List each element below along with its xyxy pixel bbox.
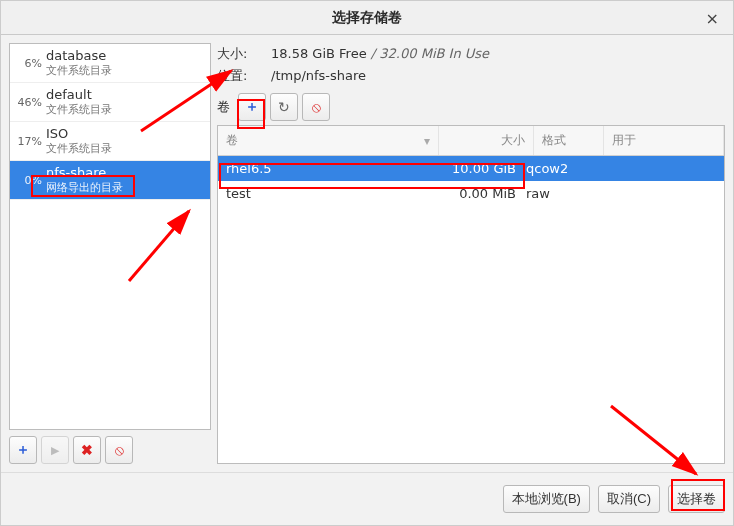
column-header-size[interactable]: 大小 xyxy=(439,126,534,155)
pool-name: default xyxy=(46,87,112,102)
cell-name: rhel6.5 xyxy=(226,161,431,176)
pool-item-database[interactable]: 6% database 文件系统目录 xyxy=(10,44,210,83)
cell-name: test xyxy=(226,186,431,201)
location-label: 位置: xyxy=(217,67,265,85)
window-title: 选择存储卷 xyxy=(332,9,402,27)
cell-format: qcow2 xyxy=(526,161,596,176)
table-row[interactable]: test 0.00 MiB raw xyxy=(218,181,724,206)
pool-pct: 6% xyxy=(16,57,46,70)
pool-item-nfs-share[interactable]: 0% nfs-share 网络导出的目录 xyxy=(10,161,210,200)
delete-volume-button[interactable]: ⦸ xyxy=(302,93,330,121)
pool-pct: 17% xyxy=(16,135,46,148)
close-icon[interactable]: × xyxy=(700,7,725,30)
pool-type: 文件系统目录 xyxy=(46,102,112,117)
cancel-button[interactable]: 取消(C) xyxy=(598,485,660,513)
cell-size: 10.00 GiB xyxy=(431,161,526,176)
choose-volume-button[interactable]: 选择卷 xyxy=(668,485,725,513)
browse-local-button[interactable]: 本地浏览(B) xyxy=(503,485,590,513)
pool-type: 网络导出的目录 xyxy=(46,180,123,195)
pool-type: 文件系统目录 xyxy=(46,141,112,156)
volumes-label: 卷 xyxy=(217,98,234,116)
column-header-usedby[interactable]: 用于 xyxy=(604,126,724,155)
delete-icon: ⦸ xyxy=(312,99,321,116)
stop-pool-button[interactable]: ⦸ xyxy=(105,436,133,464)
column-header-format[interactable]: 格式 xyxy=(534,126,604,155)
cell-usedby xyxy=(596,161,716,176)
pool-name: ISO xyxy=(46,126,112,141)
delete-icon: ✖ xyxy=(81,442,93,458)
cell-format: raw xyxy=(526,186,596,201)
storage-pool-list: 6% database 文件系统目录 46% default 文件系统目录 17… xyxy=(9,43,211,430)
add-volume-button[interactable]: ＋ xyxy=(238,93,266,121)
delete-pool-button[interactable]: ✖ xyxy=(73,436,101,464)
start-pool-button[interactable]: ▶ xyxy=(41,436,69,464)
location-value: /tmp/nfs-share xyxy=(271,68,366,83)
cell-size: 0.00 MiB xyxy=(431,186,526,201)
pool-item-default[interactable]: 46% default 文件系统目录 xyxy=(10,83,210,122)
pool-name: nfs-share xyxy=(46,165,123,180)
plus-icon: ＋ xyxy=(245,98,259,116)
size-value: 18.58 GiB Free / 32.00 MiB In Use xyxy=(271,46,489,61)
sort-desc-icon: ▾ xyxy=(424,134,430,148)
add-pool-button[interactable]: ＋ xyxy=(9,436,37,464)
pool-pct: 46% xyxy=(16,96,46,109)
pool-pct: 0% xyxy=(16,174,46,187)
volume-table: 卷 ▾ 大小 格式 用于 rhel6.5 10.00 GiB qcow2 xyxy=(217,125,725,464)
pool-type: 文件系统目录 xyxy=(46,63,112,78)
pool-item-iso[interactable]: 17% ISO 文件系统目录 xyxy=(10,122,210,161)
size-label: 大小: xyxy=(217,45,265,63)
refresh-icon: ↻ xyxy=(278,99,290,115)
refresh-volumes-button[interactable]: ↻ xyxy=(270,93,298,121)
table-row[interactable]: rhel6.5 10.00 GiB qcow2 xyxy=(218,156,724,181)
plus-icon: ＋ xyxy=(16,441,30,459)
stop-icon: ⦸ xyxy=(115,442,124,459)
play-icon: ▶ xyxy=(51,444,59,457)
pool-name: database xyxy=(46,48,112,63)
column-header-name[interactable]: 卷 ▾ xyxy=(218,126,439,155)
cell-usedby xyxy=(596,186,716,201)
